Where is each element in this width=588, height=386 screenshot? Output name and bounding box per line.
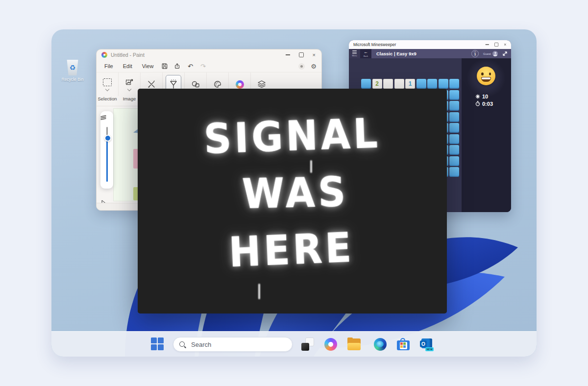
undo-icon[interactable]: ↶ (184, 62, 196, 71)
back-button-label: Back (364, 55, 368, 57)
timer-value: 0:03 (482, 101, 493, 107)
palette-icon (213, 80, 222, 88)
taskbar-search[interactable] (173, 337, 293, 352)
minesweeper-side-panel: 10 0:03 (462, 58, 511, 212)
minesweeper-tile-hidden[interactable] (427, 79, 437, 89)
minesweeper-maximize-button[interactable] (494, 43, 498, 47)
selection-icon (103, 78, 112, 86)
timer: 0:03 (475, 100, 493, 107)
minesweeper-gamebar: Menu ← Back Classic | Easy 9x9 LVL 1 Gue… (349, 49, 511, 58)
file-explorer-icon (347, 338, 362, 350)
paint-drip (258, 284, 260, 299)
back-arrow-icon: ← (364, 50, 368, 54)
minesweeper-tile-hidden[interactable] (449, 123, 459, 133)
minesweeper-tile-hidden[interactable] (449, 167, 459, 177)
task-view-button[interactable] (301, 338, 315, 351)
fullscreen-icon[interactable] (502, 51, 508, 56)
size-slider-thumb[interactable] (104, 135, 111, 142)
chevron-down-icon (127, 87, 131, 91)
menu-button-label: Menu (352, 54, 357, 57)
paint-minimize-button[interactable] (286, 54, 290, 55)
thickness-slider-panel (100, 111, 113, 189)
mine-icon (475, 94, 480, 99)
minesweeper-tile-hidden[interactable] (449, 112, 459, 122)
paint-maximize-button[interactable] (299, 52, 304, 57)
outlook-icon: O NEW (420, 338, 434, 351)
paint-drip (310, 160, 312, 173)
minesweeper-tile-hidden[interactable] (449, 90, 459, 100)
selection-label: Selection (97, 96, 119, 106)
stopwatch-icon (475, 101, 480, 106)
shapes-icon (191, 80, 200, 88)
smiley-face-icon[interactable] (477, 67, 495, 85)
graffiti-canvas[interactable]: SIGNAL WAS HERE (138, 89, 447, 314)
minesweeper-minimize-button[interactable] (485, 44, 489, 45)
graffiti-line-2: WAS (242, 171, 349, 215)
account-icon[interactable] (298, 63, 305, 70)
minesweeper-close-button[interactable]: × (504, 43, 506, 47)
level-value: 1 (474, 53, 476, 56)
share-icon[interactable] (171, 62, 184, 71)
minesweeper-tile-revealed[interactable]: 1 (405, 79, 415, 89)
selection-tool[interactable] (97, 72, 119, 96)
search-input[interactable] (190, 340, 275, 349)
layers-icon (257, 80, 267, 89)
minesweeper-tile-hidden[interactable] (449, 79, 459, 89)
minesweeper-tile-revealed[interactable]: 2 (372, 79, 382, 89)
minesweeper-tile-hidden[interactable] (449, 156, 459, 166)
paint-menu-file[interactable]: File (99, 63, 118, 69)
minesweeper-tile-revealed[interactable] (394, 79, 404, 89)
outlook-new-badge: NEW (425, 347, 434, 351)
minesweeper-tile-hidden[interactable] (439, 79, 448, 89)
mine-count-value: 10 (482, 94, 488, 99)
desktop: ♻ Recycle Bin Untitled - Paint × File Ed… (51, 29, 537, 357)
store-icon (397, 338, 410, 351)
windows-logo-icon (151, 338, 157, 343)
game-menu-button[interactable]: Menu (349, 49, 360, 58)
minesweeper-tile-hidden[interactable] (449, 101, 459, 111)
mine-counter: 10 (475, 93, 493, 100)
pencil-brush-icon (147, 80, 156, 89)
copilot-icon (236, 80, 244, 89)
minesweeper-window-title: Microsoft Minesweeper (353, 42, 396, 47)
minesweeper-tile-hidden[interactable] (449, 134, 459, 144)
recycle-bin-label: Recycle Bin (58, 77, 87, 82)
minesweeper-tile-hidden[interactable] (416, 79, 426, 89)
file-explorer-button[interactable] (347, 338, 361, 351)
image-icon (125, 78, 134, 86)
minesweeper-tile-hidden[interactable] (361, 79, 371, 89)
outlook-button[interactable]: O NEW (420, 338, 434, 351)
minesweeper-tile-revealed[interactable] (383, 79, 393, 89)
paint-menu-view[interactable]: View (137, 63, 159, 69)
game-mode-label: Classic | Easy 9x9 (376, 51, 416, 56)
graffiti-line-3: HERE (228, 227, 355, 273)
guest-account[interactable]: Guest (483, 51, 498, 56)
desktop-icon-recycle-bin[interactable]: ♻ Recycle Bin (58, 60, 87, 82)
settings-gear-icon[interactable]: ⚙ (311, 63, 317, 70)
game-back-button[interactable]: ← Back (360, 49, 371, 58)
minesweeper-tile-hidden[interactable] (449, 145, 459, 155)
graffiti-line-1: SIGNAL (203, 113, 381, 160)
paint-menu-edit[interactable]: Edit (118, 63, 137, 69)
copilot-button[interactable] (324, 338, 338, 351)
search-icon (179, 341, 186, 348)
chevron-down-icon (105, 87, 109, 91)
paint-close-button[interactable]: × (313, 52, 316, 58)
page-background: ♻ Recycle Bin Untitled - Paint × File Ed… (0, 0, 588, 386)
guest-label: Guest (483, 52, 491, 55)
edge-icon (374, 338, 387, 351)
store-button[interactable] (397, 338, 411, 351)
recycle-bin-icon: ♻ (66, 60, 79, 75)
paint-menubar: File Edit View ↶ ↷ ⚙ (97, 60, 321, 72)
guest-avatar-icon (492, 51, 498, 56)
paint-logo-icon (101, 52, 107, 58)
edge-button[interactable] (374, 338, 388, 351)
copilot-icon (324, 338, 337, 351)
minesweeper-titlebar: Microsoft Minesweeper × (349, 40, 511, 49)
level-badge[interactable]: LVL 1 (471, 50, 479, 57)
paint-titlebar: Untitled - Paint × (97, 49, 321, 60)
save-icon[interactable] (158, 62, 171, 71)
thickness-icon (100, 115, 106, 120)
paint-window-title: Untitled - Paint (111, 52, 145, 58)
start-button[interactable] (151, 338, 164, 351)
